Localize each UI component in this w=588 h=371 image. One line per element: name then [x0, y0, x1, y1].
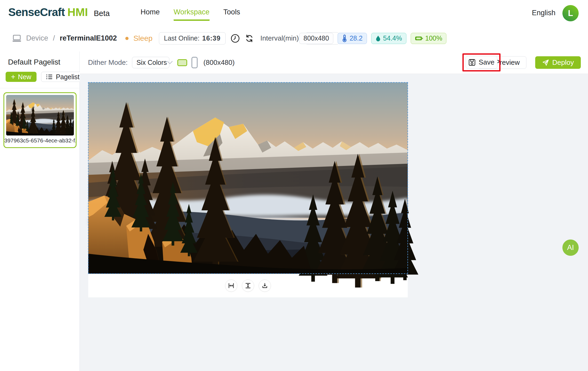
refresh-icon[interactable] [245, 34, 254, 43]
dither-mode-value: Six Colors [137, 59, 167, 66]
beta-tag: Beta [94, 9, 110, 18]
send-icon [542, 59, 549, 66]
thermometer-icon [342, 35, 347, 42]
user-avatar[interactable]: L [562, 5, 579, 21]
breadcrumb-root[interactable]: Device [26, 34, 48, 42]
canvas-image[interactable] [88, 82, 408, 274]
pagelist-sidebar: Default Pagelist + New Pagelists 397963c… [0, 51, 80, 371]
battery-badge: 100% [411, 33, 447, 44]
sidebar-title: Default Pagelist [8, 58, 60, 66]
nav-workspace[interactable]: Workspace [174, 8, 210, 21]
fit-height-icon [245, 282, 251, 289]
preview-label: Preview [495, 58, 520, 67]
chevron-down-icon [167, 61, 173, 65]
orientation-portrait-swatch[interactable] [191, 57, 198, 68]
download-icon [262, 282, 268, 289]
interval-label: Interval(min): [260, 34, 301, 42]
nav-tools[interactable]: Tools [223, 8, 240, 21]
page-card-selected[interactable]: 397963c5-6576-4ece-ab32-f... [3, 92, 77, 148]
logo-product: HMI [67, 6, 88, 19]
nav-home[interactable]: Home [141, 8, 160, 21]
app-logo: SenseCraft HMI Beta [8, 6, 110, 19]
last-online-label: Last Online: [164, 34, 199, 42]
battery-icon [415, 36, 423, 41]
clock-icon[interactable] [230, 34, 240, 43]
temperature-value: 28.2 [350, 34, 363, 42]
save-button[interactable]: Save [466, 56, 497, 69]
humidity-value: 54.4% [383, 34, 402, 42]
device-telemetry-badges: 800x480 28.2 54.4% 100% [299, 25, 446, 51]
save-icon [469, 59, 475, 66]
plus-icon: + [11, 73, 15, 81]
canvas-size-label: (800x480) [203, 58, 235, 67]
deploy-button[interactable]: Deploy [535, 56, 581, 69]
fit-width-icon [228, 282, 234, 289]
deploy-label: Deploy [552, 58, 574, 67]
workspace-main: Dither Mode: Six Colors (800x480) Previe… [80, 51, 588, 371]
status-dot [125, 37, 129, 40]
last-online-badge: Last Online: 16:39 [159, 32, 226, 45]
top-header: SenseCraft HMI Beta Home Workspace Tools… [0, 0, 588, 25]
fit-height-button[interactable] [242, 280, 254, 292]
breadcrumb-separator: / [53, 34, 55, 42]
last-online-time: 16:39 [202, 34, 221, 42]
sidebar-actions: + New Pagelists [6, 72, 88, 82]
resolution-badge: 800x480 [299, 33, 333, 44]
app-window: SenseCraft HMI Beta Home Workspace Tools… [0, 0, 588, 371]
main-nav: Home Workspace Tools [141, 8, 240, 21]
page-thumbnail [6, 95, 74, 135]
sidebar-divider [0, 88, 80, 88]
avatar-initial: L [568, 9, 573, 18]
orientation-landscape-swatch[interactable] [177, 59, 187, 66]
page-card-caption: 397963c5-6576-4ece-ab32-f... [4, 137, 76, 144]
download-button[interactable] [259, 280, 271, 292]
device-name: reTerminalE1002 [60, 34, 117, 42]
device-monitor-icon [12, 34, 21, 42]
list-icon [46, 74, 53, 80]
toolbar-left-group: Dither Mode: Six Colors (800x480) [88, 51, 235, 74]
fit-width-button[interactable] [225, 280, 237, 292]
droplet-icon [375, 35, 381, 42]
dither-mode-label: Dither Mode: [88, 58, 128, 67]
new-page-button[interactable]: + New [6, 72, 37, 82]
logo-brand: SenseCraft [8, 6, 65, 19]
canvas-tools [88, 274, 408, 297]
status-badge: Sleep [133, 34, 153, 43]
ai-assistant-button[interactable]: AI [562, 240, 579, 256]
new-page-label: New [18, 73, 31, 81]
dither-mode-select[interactable]: Six Colors [132, 57, 169, 68]
ai-label: AI [567, 244, 574, 252]
device-bar: Device / reTerminalE1002 Sleep Last Onli… [0, 25, 588, 52]
battery-value: 100% [425, 34, 442, 42]
language-selector[interactable]: English [532, 9, 555, 17]
canvas-panel [88, 82, 408, 297]
humidity-badge: 54.4% [371, 33, 406, 44]
save-label: Save [479, 58, 494, 66]
temperature-badge: 28.2 [338, 33, 367, 44]
pagelists-label: Pagelists [56, 73, 83, 81]
editor-toolbar: Dither Mode: Six Colors (800x480) Previe… [80, 51, 588, 74]
device-breadcrumb-row: Device / reTerminalE1002 Sleep Last Onli… [12, 25, 339, 51]
resolution-value: 800x480 [303, 34, 329, 42]
